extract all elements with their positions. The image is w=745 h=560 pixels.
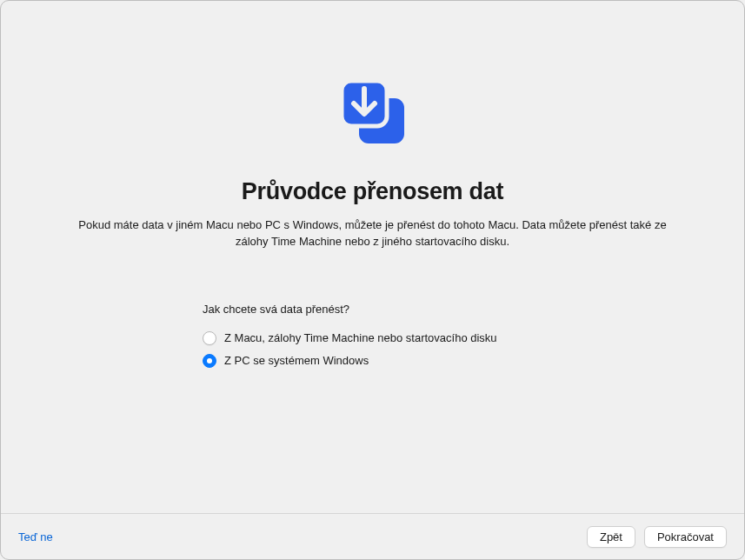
radio-indicator xyxy=(203,331,216,345)
migration-assistant-window: Průvodce přenosem dat Pokud máte data v … xyxy=(0,0,745,560)
transfer-options-form: Jak chcete svá data přenést? Z Macu, zál… xyxy=(1,303,744,368)
page-title: Průvodce přenosem dat xyxy=(242,178,503,205)
not-now-button[interactable]: Teď ne xyxy=(18,530,53,543)
radio-option-windows-pc[interactable]: Z PC se systémem Windows xyxy=(203,354,744,368)
migration-icon xyxy=(335,74,411,154)
continue-button[interactable]: Pokračovat xyxy=(644,526,727,548)
radio-option-mac[interactable]: Z Macu, zálohy Time Machine nebo startov… xyxy=(203,331,744,345)
footer-bar: Teď ne Zpět Pokračovat xyxy=(1,513,744,559)
form-question: Jak chcete svá data přenést? xyxy=(203,303,744,316)
radio-label: Z Macu, zálohy Time Machine nebo startov… xyxy=(224,331,497,344)
back-button[interactable]: Zpět xyxy=(587,526,635,548)
page-description: Pokud máte data v jiném Macu nebo PC s W… xyxy=(69,217,677,250)
radio-label: Z PC se systémem Windows xyxy=(224,354,369,367)
radio-group: Z Macu, zálohy Time Machine nebo startov… xyxy=(203,331,744,368)
content-area: Průvodce přenosem dat Pokud máte data v … xyxy=(1,1,744,513)
radio-indicator xyxy=(203,354,216,368)
